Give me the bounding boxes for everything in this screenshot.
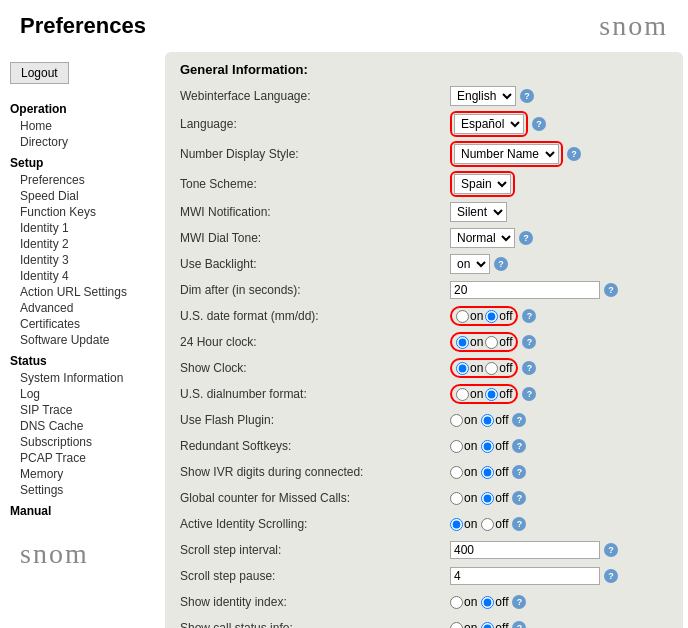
- radio-24h-off[interactable]: [485, 336, 498, 349]
- row-show-call-status-info: Show call status info: on off ?: [180, 617, 668, 628]
- radio-us-date-off[interactable]: [485, 310, 498, 323]
- help-show-clock[interactable]: ?: [522, 361, 536, 375]
- row-us-date-format: U.S. date format (mm/dd): on off ?: [180, 305, 668, 327]
- help-scroll-step-pause[interactable]: ?: [604, 569, 618, 583]
- row-scroll-step-pause: Scroll step pause: ?: [180, 565, 668, 587]
- radio-identity-index-off[interactable]: [481, 596, 494, 609]
- radio-redundant-on[interactable]: [450, 440, 463, 453]
- help-mwi-dial-tone[interactable]: ?: [519, 231, 533, 245]
- input-scroll-step-pause[interactable]: [450, 567, 600, 585]
- help-dim-after[interactable]: ?: [604, 283, 618, 297]
- row-use-backlight: Use Backlight: on ?: [180, 253, 668, 275]
- radio-ivr-on[interactable]: [450, 466, 463, 479]
- input-scroll-step-interval[interactable]: [450, 541, 600, 559]
- radio-identity-scrolling-off[interactable]: [481, 518, 494, 531]
- radio-global-off[interactable]: [481, 492, 494, 505]
- radio-global-on[interactable]: [450, 492, 463, 505]
- radio-us-date-on[interactable]: [456, 310, 469, 323]
- row-mwi-notification: MWI Notification: Silent: [180, 201, 668, 223]
- help-24-hour-clock[interactable]: ?: [522, 335, 536, 349]
- input-dim-after[interactable]: [450, 281, 600, 299]
- radio-us-dial-on[interactable]: [456, 388, 469, 401]
- select-mwi-dial-tone[interactable]: Normal: [450, 228, 515, 248]
- radio-us-dial-off[interactable]: [485, 388, 498, 401]
- label-redundant-softkeys: Redundant Softkeys:: [180, 439, 450, 453]
- help-us-dialnumber-format[interactable]: ?: [522, 387, 536, 401]
- sidebar-item-settings[interactable]: Settings: [10, 482, 150, 498]
- help-us-date-format[interactable]: ?: [522, 309, 536, 323]
- radio-identity-scrolling-on[interactable]: [450, 518, 463, 531]
- radio-show-clock-off[interactable]: [485, 362, 498, 375]
- sidebar-item-software-update[interactable]: Software Update: [10, 332, 150, 348]
- logout-button[interactable]: Logout: [10, 62, 69, 84]
- sidebar-item-speed-dial[interactable]: Speed Dial: [10, 188, 150, 204]
- select-tone-scheme[interactable]: Spain: [454, 174, 511, 194]
- nav-section-setup: Setup: [10, 156, 150, 170]
- radio-flash-on[interactable]: [450, 414, 463, 427]
- sidebar-item-action-url[interactable]: Action URL Settings: [10, 284, 150, 300]
- help-show-ivr-digits[interactable]: ?: [512, 465, 526, 479]
- label-webinterface-language: Webinterface Language:: [180, 89, 450, 103]
- help-active-identity-scrolling[interactable]: ?: [512, 517, 526, 531]
- label-show-ivr-digits: Show IVR digits during connected:: [180, 465, 450, 479]
- help-show-call-status-info[interactable]: ?: [512, 621, 526, 628]
- radio-call-status-on[interactable]: [450, 622, 463, 629]
- select-mwi-notification[interactable]: Silent: [450, 202, 507, 222]
- label-scroll-step-pause: Scroll step pause:: [180, 569, 450, 583]
- help-scroll-step-interval[interactable]: ?: [604, 543, 618, 557]
- sidebar-item-identity-2[interactable]: Identity 2: [10, 236, 150, 252]
- help-webinterface-language[interactable]: ?: [520, 89, 534, 103]
- sidebar-item-memory[interactable]: Memory: [10, 466, 150, 482]
- sidebar-item-identity-3[interactable]: Identity 3: [10, 252, 150, 268]
- sidebar-item-directory[interactable]: Directory: [10, 134, 150, 150]
- sidebar-item-identity-1[interactable]: Identity 1: [10, 220, 150, 236]
- select-webinterface-language[interactable]: English: [450, 86, 516, 106]
- sidebar-item-sip-trace[interactable]: SIP Trace: [10, 402, 150, 418]
- help-redundant-softkeys[interactable]: ?: [512, 439, 526, 453]
- label-show-call-status-info: Show call status info:: [180, 621, 450, 628]
- row-global-counter: Global counter for Missed Calls: on off …: [180, 487, 668, 509]
- select-use-backlight[interactable]: on: [450, 254, 490, 274]
- label-24-hour-clock: 24 Hour clock:: [180, 335, 450, 349]
- sidebar-item-pcap-trace[interactable]: PCAP Trace: [10, 450, 150, 466]
- row-webinterface-language: Webinterface Language: English ?: [180, 85, 668, 107]
- label-use-backlight: Use Backlight:: [180, 257, 450, 271]
- sidebar-item-log[interactable]: Log: [10, 386, 150, 402]
- sidebar-item-dns-cache[interactable]: DNS Cache: [10, 418, 150, 434]
- row-show-clock: Show Clock: on off ?: [180, 357, 668, 379]
- sidebar-item-function-keys[interactable]: Function Keys: [10, 204, 150, 220]
- radio-ivr-off[interactable]: [481, 466, 494, 479]
- help-language[interactable]: ?: [532, 117, 546, 131]
- row-scroll-step-interval: Scroll step interval: ?: [180, 539, 668, 561]
- sidebar-item-home[interactable]: Home: [10, 118, 150, 134]
- row-redundant-softkeys: Redundant Softkeys: on off ?: [180, 435, 668, 457]
- label-number-display-style: Number Display Style:: [180, 147, 450, 161]
- label-global-counter: Global counter for Missed Calls:: [180, 491, 450, 505]
- sidebar-item-advanced[interactable]: Advanced: [10, 300, 150, 316]
- row-show-identity-index: Show identity index: on off ?: [180, 591, 668, 613]
- sidebar-item-system-information[interactable]: System Information: [10, 370, 150, 386]
- radio-redundant-off[interactable]: [481, 440, 494, 453]
- snom-logo-sidebar: snom: [10, 538, 150, 570]
- general-section-title: General Information:: [180, 62, 668, 77]
- radio-identity-index-on[interactable]: [450, 596, 463, 609]
- label-scroll-step-interval: Scroll step interval:: [180, 543, 450, 557]
- sidebar-item-preferences[interactable]: Preferences: [10, 172, 150, 188]
- label-show-identity-index: Show identity index:: [180, 595, 450, 609]
- help-global-counter[interactable]: ?: [512, 491, 526, 505]
- sidebar-item-subscriptions[interactable]: Subscriptions: [10, 434, 150, 450]
- help-number-display-style[interactable]: ?: [567, 147, 581, 161]
- help-use-flash-plugin[interactable]: ?: [512, 413, 526, 427]
- radio-24h-on[interactable]: [456, 336, 469, 349]
- row-active-identity-scrolling: Active Identity Scrolling: on off ?: [180, 513, 668, 535]
- select-language[interactable]: Español: [454, 114, 524, 134]
- help-show-identity-index[interactable]: ?: [512, 595, 526, 609]
- select-number-display-style[interactable]: Number Name: [454, 144, 559, 164]
- radio-call-status-off[interactable]: [481, 622, 494, 629]
- sidebar-item-certificates[interactable]: Certificates: [10, 316, 150, 332]
- radio-show-clock-on[interactable]: [456, 362, 469, 375]
- radio-flash-off[interactable]: [481, 414, 494, 427]
- sidebar-item-identity-4[interactable]: Identity 4: [10, 268, 150, 284]
- help-use-backlight[interactable]: ?: [494, 257, 508, 271]
- snom-logo-header: snom: [599, 10, 668, 42]
